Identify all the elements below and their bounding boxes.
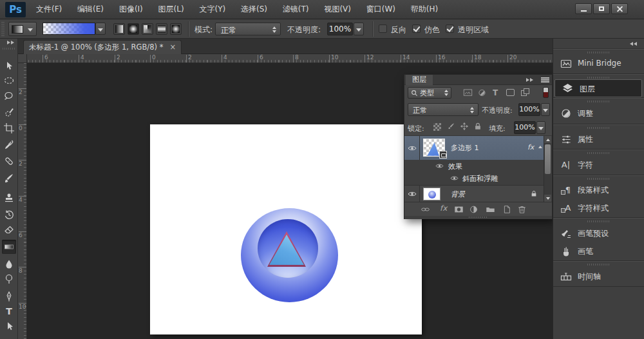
minimize-button[interactable] xyxy=(575,3,592,14)
link-layers-icon[interactable] xyxy=(420,204,431,215)
fill-input[interactable]: 100% xyxy=(514,121,536,134)
move-tool[interactable] xyxy=(2,59,16,73)
dock-grip[interactable] xyxy=(587,264,611,266)
collapse-tools-icon[interactable] xyxy=(7,41,15,44)
gradient-tool[interactable] xyxy=(2,240,16,254)
expand-dock-icon[interactable] xyxy=(630,42,638,46)
layer-row-polygon1[interactable]: 多边形 1 fx xyxy=(404,136,544,160)
history-brush-tool[interactable] xyxy=(2,208,16,222)
add-layer-style-icon[interactable]: fx xyxy=(440,204,451,214)
layer-thumbnail[interactable] xyxy=(423,139,445,157)
dock-grip[interactable] xyxy=(587,220,611,222)
menu-help[interactable]: 帮助(H) xyxy=(404,0,444,19)
dock-item-timeline[interactable]: 时间轴 xyxy=(553,267,644,286)
delete-layer-icon[interactable] xyxy=(516,204,527,215)
tab-close-icon[interactable]: × xyxy=(169,43,176,52)
tool-preset-picker[interactable] xyxy=(8,22,37,36)
layer-name[interactable]: 多边形 1 xyxy=(451,143,479,153)
dock-item-adjustments[interactable]: 调整 xyxy=(553,104,644,122)
ruler-corner[interactable] xyxy=(18,54,27,63)
effects-row[interactable]: 效果 xyxy=(404,160,544,172)
dock-grip[interactable] xyxy=(587,152,611,154)
layer-opacity-input[interactable]: 100% xyxy=(518,103,540,116)
quick-selection-tool[interactable] xyxy=(2,105,16,119)
scroll-down-button[interactable] xyxy=(544,195,551,202)
dock-grip[interactable] xyxy=(587,178,611,180)
panel-resize-handle[interactable] xyxy=(404,216,552,219)
lock-transparency-icon[interactable] xyxy=(433,123,441,131)
diamond-gradient-button[interactable] xyxy=(170,23,182,35)
dock-item-character[interactable]: A| 字符 xyxy=(553,156,644,174)
dock-grip[interactable] xyxy=(587,52,611,53)
filter-smart-objects-icon[interactable] xyxy=(521,88,531,97)
horizontal-ruler[interactable]: 6 4 2 0 2 4 6 8 10 12 14 16 18 20 xyxy=(27,54,553,63)
transparency-checkbox[interactable] xyxy=(446,24,454,33)
layer-visibility-toggle[interactable] xyxy=(404,136,420,160)
fx-badge[interactable]: fx xyxy=(527,143,534,151)
layer-opacity-dropdown[interactable] xyxy=(541,103,550,116)
dock-grip[interactable] xyxy=(587,127,611,129)
menu-layer[interactable]: 图层(L) xyxy=(152,0,191,19)
maximize-button[interactable] xyxy=(593,3,610,14)
add-layer-mask-icon[interactable] xyxy=(453,204,464,215)
gradient-picker-arrow[interactable] xyxy=(95,23,106,35)
opacity-dropdown[interactable] xyxy=(354,23,364,35)
blur-tool[interactable] xyxy=(2,257,16,271)
healing-brush-tool[interactable] xyxy=(2,154,16,168)
dither-checkbox[interactable] xyxy=(412,24,421,33)
dodge-tool[interactable] xyxy=(2,272,16,286)
eye-icon[interactable] xyxy=(435,163,444,169)
new-group-icon[interactable] xyxy=(485,204,496,215)
brush-tool[interactable] xyxy=(2,171,16,186)
lasso-tool[interactable] xyxy=(2,90,16,104)
layer-visibility-toggle[interactable] xyxy=(404,186,420,202)
collapse-panel-icon[interactable] xyxy=(526,78,534,82)
lock-all-icon[interactable] xyxy=(473,122,482,131)
eye-icon[interactable] xyxy=(450,175,459,181)
vertical-ruler[interactable]: 2 0 2 4 6 8 10 xyxy=(18,63,27,339)
document-tab[interactable]: 未标题-1 @ 100% (多边形 1, RGB/8) *× xyxy=(23,40,182,54)
crop-tool[interactable] xyxy=(2,121,16,135)
menu-filter[interactable]: 滤镜(T) xyxy=(276,0,316,19)
linear-gradient-button[interactable] xyxy=(113,23,125,35)
menu-file[interactable]: 文件(F) xyxy=(30,0,68,19)
opacity-input[interactable]: 100% xyxy=(327,23,353,35)
menu-type[interactable]: 文字(Y) xyxy=(193,0,232,19)
eraser-tool[interactable] xyxy=(2,223,16,237)
reverse-checkbox[interactable] xyxy=(379,24,387,33)
dock-item-layers[interactable]: 图层 xyxy=(554,79,642,97)
lock-paint-icon[interactable] xyxy=(447,122,456,131)
menu-image[interactable]: 图像(I) xyxy=(113,0,149,19)
filter-toggle-switch[interactable] xyxy=(543,87,549,98)
layer-name[interactable]: 背景 xyxy=(451,189,465,199)
dock-grip[interactable] xyxy=(587,101,611,102)
dock-item-brush-presets[interactable]: 画笔预设 xyxy=(553,224,644,242)
layers-tab[interactable]: 图层 xyxy=(406,75,433,85)
scroll-up-button[interactable] xyxy=(544,136,551,143)
menu-view[interactable]: 视图(V) xyxy=(317,0,357,19)
pen-tool[interactable] xyxy=(2,289,16,304)
blend-mode-select[interactable]: 正常 xyxy=(215,23,281,35)
dock-item-brush[interactable]: 画笔 xyxy=(553,242,644,260)
menu-edit[interactable]: 编辑(E) xyxy=(71,0,110,19)
dock-item-mini-bridge[interactable]: Mini Bridge xyxy=(553,55,644,73)
options-grip[interactable] xyxy=(1,22,5,36)
path-selection-tool[interactable] xyxy=(2,320,16,334)
filter-type-select[interactable]: 类型 xyxy=(408,87,451,99)
new-adjustment-layer-icon[interactable] xyxy=(468,204,479,215)
marquee-tool[interactable] xyxy=(2,73,16,88)
dock-grip[interactable] xyxy=(587,77,611,79)
filter-pixel-layers-icon[interactable] xyxy=(463,88,473,97)
scrollbar-thumb[interactable] xyxy=(545,144,551,174)
panel-menu-icon[interactable] xyxy=(541,77,549,82)
menu-select[interactable]: 选择(S) xyxy=(234,0,274,19)
clone-stamp-tool[interactable] xyxy=(2,191,16,206)
lock-position-icon[interactable] xyxy=(460,122,469,131)
close-button[interactable] xyxy=(611,3,628,14)
layer-row-background[interactable]: 背景 xyxy=(404,185,544,202)
new-layer-icon[interactable] xyxy=(501,204,512,215)
filter-shape-layers-icon[interactable] xyxy=(506,89,515,96)
bevel-emboss-row[interactable]: 斜面和浮雕 xyxy=(404,172,544,184)
dock-item-properties[interactable]: 属性 xyxy=(553,130,644,148)
filter-type-layers-icon[interactable]: T xyxy=(493,88,502,97)
